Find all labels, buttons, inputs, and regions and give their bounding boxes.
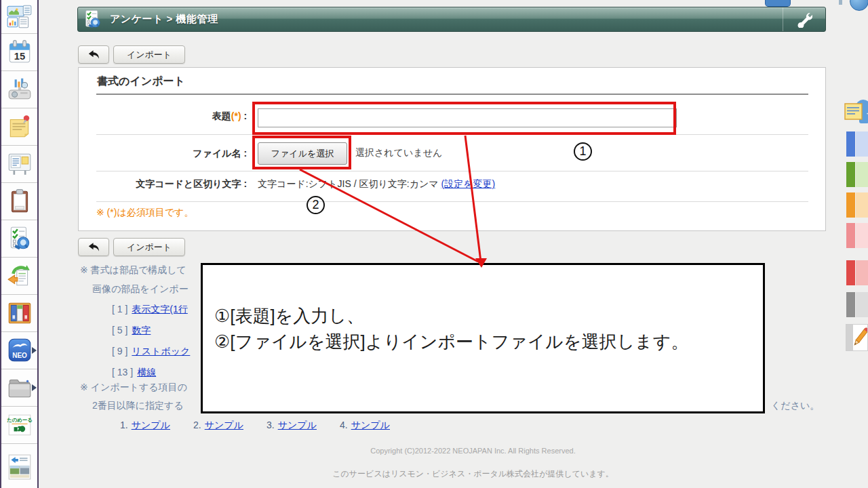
sidebar-item-schedule[interactable]: 15 bbox=[1, 34, 37, 71]
sidebar-item-cabinet[interactable] bbox=[1, 295, 37, 332]
sidebar-item-neo[interactable]: NEO bbox=[1, 332, 37, 369]
required-note: ※ (*)は必須項目です。 bbox=[96, 207, 193, 219]
tab-blue-icon bbox=[846, 131, 855, 157]
survey-app-icon bbox=[82, 9, 103, 30]
tab-green-icon bbox=[846, 162, 855, 187]
title-input[interactable] bbox=[258, 108, 677, 127]
form-title: 書式のインポート bbox=[97, 75, 185, 89]
survey-icon bbox=[6, 225, 33, 252]
tanomeru-icon: たのめーる bbox=[6, 411, 33, 439]
title-field-label: 表題(*) : bbox=[79, 110, 250, 123]
calendar-icon: 15 bbox=[6, 39, 33, 66]
shortcut-tab-pink[interactable] bbox=[846, 223, 868, 248]
sidebar-item-circulation[interactable] bbox=[1, 258, 37, 295]
part-link-listbox[interactable]: リストボック bbox=[132, 346, 190, 357]
sidebar-item-ad-banner[interactable] bbox=[1, 444, 37, 488]
flyout-arrow-icon bbox=[32, 384, 37, 391]
footer-copyright: Copyright (C)2012-2022 NEOJAPAN Inc. All… bbox=[108, 447, 837, 455]
callout-box: ①[表題]を入力し、 ②[ファイルを選択]よりインポートファイルを選択します。 bbox=[201, 263, 765, 413]
note-line-4: 2番目以降に指定する bbox=[92, 400, 184, 412]
step-marker-1: 1 bbox=[574, 142, 592, 161]
portal-icon bbox=[6, 3, 33, 30]
import-button-top[interactable]: インポート bbox=[113, 45, 185, 64]
part-list-item: [ 9 ]リストボック bbox=[112, 346, 190, 358]
sidebar-item-presentation[interactable] bbox=[1, 71, 37, 108]
sample-item: 1.サンプル bbox=[120, 420, 170, 432]
svg-text:たのめーる: たのめーる bbox=[7, 417, 33, 423]
shortcut-tab-blue[interactable] bbox=[846, 131, 868, 157]
svg-text:15: 15 bbox=[14, 51, 24, 62]
part-list-item: [ 1 ]表示文字(1行 bbox=[112, 304, 188, 316]
step-marker-2: 2 bbox=[307, 196, 325, 214]
file-select-button[interactable]: ファイルを選択 bbox=[258, 142, 347, 165]
part-list-item: [ 13 ]横線 bbox=[112, 367, 156, 379]
part-link-number[interactable]: 数字 bbox=[132, 325, 151, 336]
sample-link-1[interactable]: サンプル bbox=[132, 420, 170, 430]
breadcrumb: アンケート > 機能管理 bbox=[110, 13, 218, 26]
cutoff-sliver-fragment bbox=[839, 0, 842, 5]
shortcut-memo-figure[interactable] bbox=[844, 98, 868, 130]
row-separator bbox=[96, 134, 808, 135]
import-button-bottom[interactable]: インポート bbox=[113, 238, 185, 256]
pencil-icon bbox=[853, 325, 867, 350]
part-link-display-text[interactable]: 表示文字(1行 bbox=[132, 304, 187, 314]
ad-banner-icon bbox=[6, 453, 33, 480]
change-settings-link[interactable]: (設定を変更) bbox=[441, 178, 496, 189]
sample-item: 2.サンプル bbox=[193, 420, 243, 432]
memo-figure-icon bbox=[844, 98, 868, 127]
callout-line-2: ②[ファイルを選択]よりインポートファイルを選択します。 bbox=[214, 329, 763, 354]
sidebar-item-tanomeru[interactable]: たのめーる bbox=[1, 407, 37, 444]
cutoff-blue-orb-fragment bbox=[850, 0, 868, 11]
sidebar-item-infoboard[interactable] bbox=[1, 146, 37, 183]
back-button-bottom[interactable] bbox=[78, 238, 109, 256]
sidebar-item-todo[interactable] bbox=[1, 183, 37, 220]
cutoff-blue-button-fragment bbox=[765, 0, 791, 7]
sample-link-4[interactable]: サンプル bbox=[351, 420, 390, 430]
settings-button[interactable] bbox=[783, 7, 825, 31]
tab-pink-body bbox=[856, 223, 868, 248]
screen: 15 bbox=[0, 0, 868, 488]
tab-red-body bbox=[856, 260, 868, 285]
shortcut-tab-orange[interactable] bbox=[846, 192, 868, 218]
part-link-hline[interactable]: 横線 bbox=[137, 367, 156, 378]
shortcut-tab-gray[interactable] bbox=[846, 292, 868, 317]
charset-field-label: 文字コードと区切り文字 : bbox=[79, 178, 250, 190]
tab-green-body bbox=[856, 162, 868, 187]
filename-field-label: ファイル名 : bbox=[79, 148, 250, 160]
part-list-item: [ 5 ]数字 bbox=[112, 325, 151, 337]
sidebar-item-portal[interactable] bbox=[1, 0, 37, 34]
tab-gray-icon bbox=[846, 292, 855, 317]
import-button-label: インポート bbox=[127, 49, 172, 61]
shortcut-tab-red[interactable] bbox=[846, 260, 868, 285]
import-form-panel: 書式のインポート 表題(*) : ファイル名 : ファイルを選択 選択されていま… bbox=[78, 67, 826, 231]
sample-link-3[interactable]: サンプル bbox=[278, 420, 317, 430]
wrench-icon bbox=[796, 12, 812, 28]
shortcut-edit[interactable] bbox=[846, 324, 868, 351]
sample-link-2[interactable]: サンプル bbox=[205, 420, 243, 430]
module-header-bar: アンケート > 機能管理 bbox=[77, 7, 826, 32]
note-line-1: ※ 書式は部品で構成して bbox=[80, 264, 186, 277]
required-mark: (*) bbox=[231, 110, 241, 121]
note-line-3: ※ インポートする項目の bbox=[80, 382, 187, 394]
import-button-label: インポート bbox=[127, 241, 172, 253]
back-button[interactable] bbox=[78, 45, 109, 64]
sidebar-item-folder[interactable] bbox=[1, 369, 37, 407]
tab-gray-body bbox=[856, 292, 868, 317]
charset-value: 文字コード:シフトJIS / 区切り文字:カンマ (設定を変更) bbox=[258, 178, 495, 190]
row-separator bbox=[96, 171, 808, 171]
title-underline bbox=[96, 94, 808, 95]
note-line-4-tail: ください。 bbox=[771, 400, 819, 412]
sample-item: 4.サンプル bbox=[340, 420, 390, 432]
neo-icon: NEO bbox=[6, 337, 33, 364]
sample-links-row: 1.サンプル 2.サンプル 3.サンプル 4.サンプル bbox=[120, 420, 390, 432]
sticky-note-icon bbox=[6, 113, 33, 140]
tab-red-icon bbox=[846, 260, 855, 285]
clipboard-icon bbox=[6, 188, 33, 215]
flyout-arrow-icon bbox=[32, 347, 37, 354]
callout-line-1: ①[表題]を入力し、 bbox=[214, 303, 763, 329]
row-separator bbox=[96, 201, 808, 202]
sidebar-item-survey[interactable] bbox=[1, 220, 37, 258]
sidebar-item-memo[interactable] bbox=[1, 108, 37, 146]
shortcut-tab-green[interactable] bbox=[846, 162, 868, 187]
tab-blue-body bbox=[856, 131, 868, 157]
